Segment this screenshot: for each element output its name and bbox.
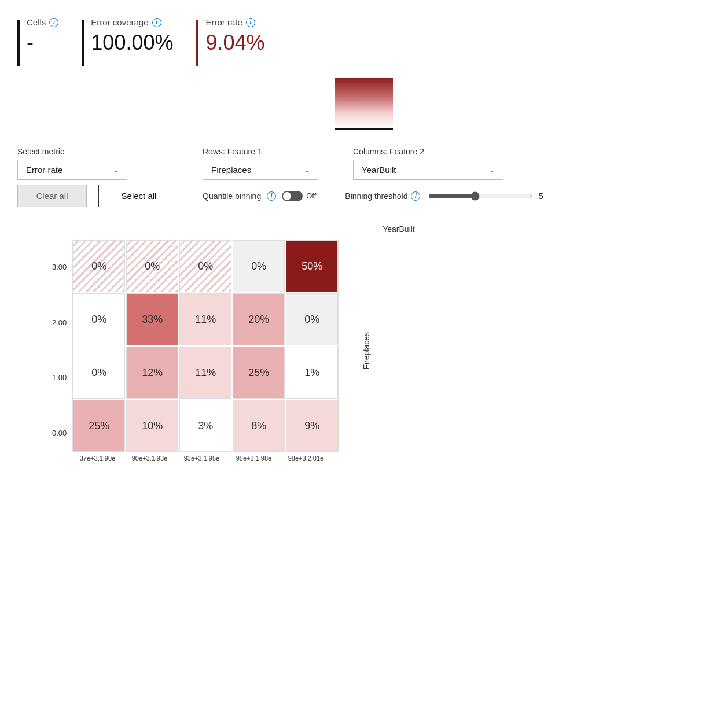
dropdowns-row: Select metric Error rate ⌄ Rows: Feature… [17,147,711,180]
toggle-thumb [283,192,291,200]
cell-r3c3-text: 8% [251,420,266,432]
rows-label: Rows: Feature 1 [203,147,318,156]
cell-r3c2-text: 3% [198,420,213,432]
error-coverage-value: 100.00% [91,31,173,55]
select-all-button[interactable]: Select all [98,185,179,207]
metric-chevron-icon: ⌄ [113,166,119,174]
slider-container: 5 [428,191,543,201]
x-label-3: 95e+3,1.98e- [229,455,281,462]
cell-r1c4[interactable]: 0% [286,293,338,345]
cell-r3c1[interactable]: 10% [126,400,178,452]
cols-control-group: Columns: Feature 2 YearBuilt ⌄ [353,147,503,180]
color-gradient [335,78,393,130]
cell-r2c1-text: 12% [142,367,163,379]
error-rate-metric: Error rate i 9.04% [196,17,288,66]
cell-r0c0-text: 0% [91,260,106,272]
y-label-2: 2.00 [52,296,67,348]
cell-r2c4-text: 1% [304,367,319,379]
binning-threshold-label: Binning threshold i [345,191,420,201]
controls-section: Select metric Error rate ⌄ Rows: Feature… [17,147,711,207]
cell-r3c1-text: 10% [142,420,163,432]
cell-r0c1-text: 0% [145,260,160,272]
cell-r1c0-text: 0% [91,314,106,326]
quantile-binning-toggle[interactable]: Off [282,191,316,201]
error-coverage-label-text: Error coverage [91,17,148,27]
y-label-3: 3.00 [52,241,67,293]
cell-r2c2[interactable]: 11% [179,347,231,399]
binning-threshold-label-text: Binning threshold [345,191,407,201]
matrix-grid: 0% 0% 0% 0% 50% 0% 33% 11% 20% 0% 0% 12%… [72,240,339,452]
toggle-state-label: Off [306,191,316,200]
quantile-binning-label: Quantile binning [203,191,261,201]
rows-dropdown[interactable]: Fireplaces ⌄ [203,160,318,180]
cell-r0c3-text: 0% [251,260,266,272]
x-axis-labels: 37e+3,1.90e- 90e+3,1.93e- 93e+3,1.95e- 9… [72,455,339,462]
x-label-2: 93e+3,1.95e- [177,455,229,462]
cell-r0c0[interactable]: 0% [73,240,125,292]
cols-dropdown-value: YearBuilt [362,165,396,175]
cell-r0c2[interactable]: 0% [179,240,231,292]
binning-threshold-slider[interactable] [428,191,532,201]
cell-r0c2-text: 0% [198,260,213,272]
actions-row: Clear all Select all Quantile binning i … [17,185,711,207]
cell-r1c0[interactable]: 0% [73,293,125,345]
matrix-section: YearBuilt 3.00 2.00 1.00 0.00 0% 0% 0% 0… [17,224,711,462]
rows-chevron-icon: ⌄ [304,166,310,174]
cell-r0c3[interactable]: 0% [233,240,285,292]
cell-r2c1[interactable]: 12% [126,347,178,399]
binning-threshold-group: Binning threshold i 5 [345,191,543,201]
quantile-binning-group: Quantile binning i Off [203,191,316,201]
color-legend [17,78,711,130]
y-label-1: 1.00 [52,352,67,404]
cell-r3c0[interactable]: 25% [73,400,125,452]
matrix-wrapper: 3.00 2.00 1.00 0.00 0% 0% 0% 0% 50% 0% 3… [52,240,711,462]
error-rate-value: 9.04% [205,31,264,55]
cols-dropdown[interactable]: YearBuilt ⌄ [353,160,503,180]
matrix-y-title: Fireplaces [362,332,371,370]
error-coverage-metric: Error coverage i 100.00% [82,17,196,66]
cell-r2c4[interactable]: 1% [286,347,338,399]
cell-r1c1-text: 33% [142,314,163,326]
cell-r0c4[interactable]: 50% [286,240,338,292]
cell-r1c2[interactable]: 11% [179,293,231,345]
toggle-track[interactable] [282,191,303,201]
error-coverage-content: Error coverage i 100.00% [91,17,173,55]
matrix-with-labels: 3.00 2.00 1.00 0.00 0% 0% 0% 0% 50% 0% 3… [52,240,339,462]
cell-r2c0[interactable]: 0% [73,347,125,399]
clear-all-button[interactable]: Clear all [17,185,87,207]
error-coverage-info-icon[interactable]: i [152,18,161,27]
binning-threshold-info-icon[interactable]: i [411,191,420,201]
cell-r1c1[interactable]: 33% [126,293,178,345]
cell-r3c4[interactable]: 9% [286,400,338,452]
cell-r1c3[interactable]: 20% [233,293,285,345]
cell-r1c2-text: 11% [195,314,216,326]
cell-r1c3-text: 20% [248,314,269,326]
cells-info-icon[interactable]: i [49,18,58,27]
cols-chevron-icon: ⌄ [489,166,495,174]
cell-r0c1[interactable]: 0% [126,240,178,292]
error-coverage-label: Error coverage i [91,17,173,27]
error-rate-label: Error rate i [205,17,264,27]
error-rate-info-icon[interactable]: i [246,18,255,27]
error-rate-bar [196,20,198,66]
cell-r3c3[interactable]: 8% [233,400,285,452]
metrics-row: Cells i - Error coverage i 100.00% Error… [17,12,711,66]
cell-r0c4-text: 50% [302,260,322,272]
matrix-x-title: YearBuilt [52,224,711,234]
metric-control-group: Select metric Error rate ⌄ [17,147,127,180]
y-axis-labels: 3.00 2.00 1.00 0.00 [52,240,72,462]
matrix-grid-container: 0% 0% 0% 0% 50% 0% 33% 11% 20% 0% 0% 12%… [72,240,339,462]
metric-dropdown-value: Error rate [26,165,62,175]
cell-r2c3[interactable]: 25% [233,347,285,399]
cells-label: Cells i [27,17,58,27]
cells-label-text: Cells [27,17,46,27]
cell-r2c2-text: 11% [195,367,216,379]
cell-r2c0-text: 0% [91,367,106,379]
cell-r3c2[interactable]: 3% [179,400,231,452]
x-label-0: 37e+3,1.90e- [72,455,124,462]
cells-metric: Cells i - [17,17,82,66]
metric-dropdown[interactable]: Error rate ⌄ [17,160,127,180]
rows-dropdown-value: Fireplaces [211,165,251,175]
quantile-binning-info-icon[interactable]: i [267,191,276,201]
error-rate-label-text: Error rate [205,17,242,27]
